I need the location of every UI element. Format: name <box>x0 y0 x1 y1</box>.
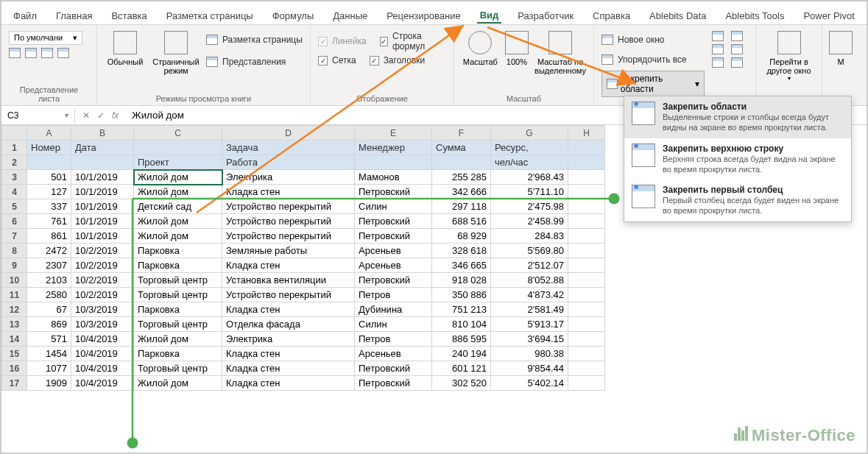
header-cell[interactable] <box>134 141 222 155</box>
cell[interactable]: Кладка стен <box>222 347 355 361</box>
col-header-G[interactable]: G <box>491 126 568 141</box>
tab-главная[interactable]: Главная <box>53 9 95 23</box>
tab-вид[interactable]: Вид <box>477 8 502 24</box>
cell[interactable]: Петровский <box>355 214 432 229</box>
cell[interactable]: 346 665 <box>432 258 491 273</box>
ruler-checkbox[interactable]: ✓Линейка <box>318 32 367 50</box>
cell[interactable]: 10/2/2019 <box>71 258 134 273</box>
cell[interactable]: 1077 <box>27 361 71 376</box>
row-header[interactable]: 16 <box>2 361 27 376</box>
cell[interactable]: 297 118 <box>432 199 491 214</box>
cell[interactable]: 2580 <box>27 288 71 302</box>
switch-window-button[interactable]: Перейти в другое окно▾ <box>763 28 814 82</box>
header-cell[interactable]: чел/час <box>491 155 568 170</box>
header-cell[interactable]: Дата <box>71 141 134 155</box>
cell[interactable] <box>568 258 605 273</box>
cell[interactable]: 10/1/2019 <box>71 199 134 214</box>
tab-вставка[interactable]: Вставка <box>108 9 149 23</box>
cell[interactable]: 1909 <box>27 376 71 391</box>
cell[interactable]: Силин <box>355 199 432 214</box>
col-header-H[interactable]: H <box>568 126 605 141</box>
col-header-E[interactable]: E <box>355 126 432 141</box>
header-cell[interactable]: Номер <box>27 141 71 155</box>
cell[interactable]: 571 <box>27 332 71 347</box>
col-header-F[interactable]: F <box>432 126 491 141</box>
cell[interactable]: 5'402.14 <box>491 376 568 391</box>
cell[interactable]: Кладка стен <box>222 376 355 391</box>
cell[interactable]: Кладка стен <box>222 258 355 273</box>
cell[interactable]: Жилой дом <box>134 229 222 244</box>
col-header-B[interactable]: B <box>71 126 134 141</box>
cell[interactable]: Кладка стен <box>222 302 355 317</box>
header-cell[interactable]: Сумма <box>432 141 491 155</box>
cell[interactable]: Силин <box>355 317 432 332</box>
col-header-D[interactable]: D <box>222 126 355 141</box>
cell[interactable]: 861 <box>27 229 71 244</box>
freeze-top-row-item[interactable]: Закрепить верхнюю строкуВерхняя строка в… <box>624 138 851 180</box>
cell[interactable]: Парковка <box>134 347 222 361</box>
row-header[interactable]: 11 <box>2 288 27 302</box>
cell[interactable]: 2'458.99 <box>491 214 568 229</box>
zoom-selection-button[interactable]: Масштаб по выделенному <box>534 28 586 75</box>
cell[interactable]: Петров <box>355 332 432 347</box>
enter-icon[interactable]: ✓ <box>97 110 105 121</box>
row-header[interactable]: 9 <box>2 258 27 273</box>
sheet-view-dropdown[interactable]: По умолчани▾ <box>9 31 82 45</box>
cell[interactable] <box>568 376 605 391</box>
cell[interactable] <box>568 317 605 332</box>
cell[interactable] <box>568 332 605 347</box>
new-window-button[interactable]: Новое окно <box>601 31 705 49</box>
cell[interactable]: 10/4/2019 <box>71 376 134 391</box>
cell[interactable]: Парковка <box>134 302 222 317</box>
arrange-all-button[interactable]: Упорядочить все <box>601 51 705 68</box>
hide-icon[interactable] <box>712 44 724 54</box>
cell[interactable] <box>568 273 605 288</box>
exit-icon[interactable] <box>25 48 37 58</box>
row-header[interactable]: 15 <box>2 347 27 361</box>
new-icon[interactable] <box>41 48 53 58</box>
cancel-icon[interactable]: ✕ <box>82 110 90 121</box>
row-header[interactable]: 17 <box>2 376 27 391</box>
cell[interactable]: 68 929 <box>432 229 491 244</box>
tab-данные[interactable]: Данные <box>330 9 370 23</box>
cell[interactable] <box>568 170 605 185</box>
cell[interactable]: Детский сад <box>134 199 222 214</box>
cell[interactable]: 2'475.98 <box>491 199 568 214</box>
cell[interactable]: Жилой дом <box>134 332 222 347</box>
cell[interactable]: 2472 <box>27 244 71 258</box>
cell[interactable]: 10/4/2019 <box>71 332 134 347</box>
cell[interactable]: Дубинина <box>355 302 432 317</box>
cell[interactable]: Кладка стен <box>222 185 355 199</box>
header-cell[interactable] <box>355 155 432 170</box>
header-cell[interactable] <box>71 155 134 170</box>
tab-рецензирование[interactable]: Рецензирование <box>384 9 463 23</box>
cell[interactable]: Парковка <box>134 244 222 258</box>
cell[interactable]: 2'581.49 <box>491 302 568 317</box>
tab-формулы[interactable]: Формулы <box>269 9 317 23</box>
cell[interactable] <box>568 229 605 244</box>
cell[interactable]: 5'569.80 <box>491 244 568 258</box>
cell[interactable]: 501 <box>27 170 71 185</box>
header-cell[interactable]: Работа <box>222 155 355 170</box>
page-layout-button[interactable]: Разметка страницы <box>206 31 303 49</box>
cell[interactable]: 10/4/2019 <box>71 361 134 376</box>
cell[interactable]: 8'052.88 <box>491 273 568 288</box>
row-header[interactable]: 6 <box>2 214 27 229</box>
cell[interactable]: 688 516 <box>432 214 491 229</box>
cell[interactable]: Отделка фасада <box>222 317 355 332</box>
cell[interactable]: Электрика <box>222 170 355 185</box>
cell[interactable]: Парковка <box>134 258 222 273</box>
cell[interactable]: 751 213 <box>432 302 491 317</box>
fx-icon[interactable]: fx <box>112 110 119 121</box>
cell[interactable] <box>568 199 605 214</box>
cell[interactable]: 255 285 <box>432 170 491 185</box>
cell[interactable]: Устройство перекрытий <box>222 214 355 229</box>
cell[interactable]: 2103 <box>27 273 71 288</box>
row-header[interactable]: 7 <box>2 229 27 244</box>
cell[interactable]: 10/2/2019 <box>71 288 134 302</box>
cell[interactable]: 9'854.44 <box>491 361 568 376</box>
cell[interactable]: 284.83 <box>491 229 568 244</box>
tab-разработчик[interactable]: Разработчик <box>515 9 576 23</box>
cell[interactable]: Петров <box>355 288 432 302</box>
cell[interactable]: 886 595 <box>432 332 491 347</box>
